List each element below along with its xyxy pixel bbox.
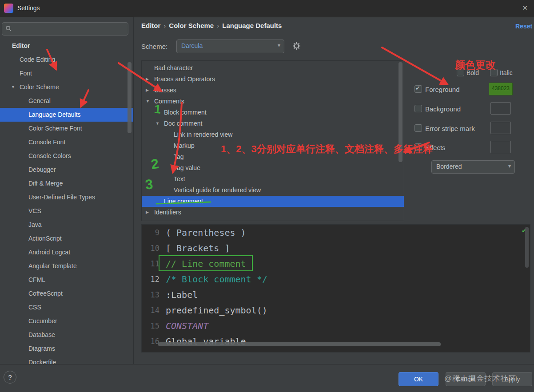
sidebar-item-label: CFML xyxy=(28,276,45,283)
sidebar-item-angular-template[interactable]: Angular Template xyxy=(0,259,133,273)
ok-button[interactable]: OK xyxy=(399,372,438,386)
code-text: [ Brackets ] xyxy=(164,243,230,253)
collapse-arrow-icon[interactable]: ▶ xyxy=(146,85,149,96)
line-number: 15 xyxy=(142,321,164,330)
preview-vertical-scrollbar[interactable] xyxy=(525,227,529,268)
tree-item-block-comment[interactable]: Block comment xyxy=(142,107,404,118)
border-style-value: Bordered xyxy=(436,163,462,170)
reset-link[interactable]: Reset xyxy=(515,23,532,30)
chevron-down-icon: ▾ xyxy=(508,163,511,169)
gear-icon[interactable] xyxy=(292,42,301,52)
breadcrumb-language-defaults[interactable]: Language Defaults xyxy=(222,22,282,29)
foreground-color-swatch[interactable]: 438023 xyxy=(489,83,513,95)
tree-item-label: Link in rendered view xyxy=(174,131,232,138)
sidebar-item-actionscript[interactable]: ActionScript xyxy=(0,232,133,245)
sidebar-item-label: CSS xyxy=(28,304,41,311)
tree-item-comments[interactable]: ▼Comments xyxy=(142,96,404,107)
sidebar-item-database[interactable]: Database xyxy=(0,328,133,342)
sidebar-item-color-scheme[interactable]: ▼Color Scheme xyxy=(0,80,133,94)
effects-checkbox[interactable] xyxy=(414,143,422,151)
sidebar-item-label: Diagrams xyxy=(28,345,55,352)
code-text: :Label xyxy=(164,289,198,300)
tree-item-classes[interactable]: ▶Classes xyxy=(142,85,404,96)
sidebar: Editor Code Editing Font ▼Color Scheme G… xyxy=(0,17,134,364)
sidebar-item-label: Debugger xyxy=(28,166,56,173)
scheme-dropdown[interactable]: Darcula ▾ xyxy=(176,40,284,53)
sidebar-item-console-font[interactable]: Console Font xyxy=(0,135,133,149)
chevron-down-icon: ▾ xyxy=(278,42,280,48)
sidebar-item-label: Console Font xyxy=(28,139,65,146)
sidebar-item-console-colors[interactable]: Console Colors xyxy=(0,149,133,163)
sidebar-item-dockerfile[interactable]: Dockerfile xyxy=(0,356,133,364)
line-number: 17 xyxy=(142,352,164,353)
sidebar-item-user-defined-file-types[interactable]: User-Defined File Types xyxy=(0,190,133,204)
effects-color-swatch[interactable] xyxy=(490,141,511,153)
background-checkbox[interactable] xyxy=(414,105,422,112)
background-label: Background xyxy=(425,105,461,113)
tree-item-braces-and-operators[interactable]: ▶Braces and Operators xyxy=(142,74,404,85)
sidebar-scrollbar[interactable] xyxy=(128,62,132,133)
breadcrumb-editor[interactable]: Editor xyxy=(141,22,160,29)
preview-horizontal-scrollbar[interactable] xyxy=(158,342,441,346)
sidebar-item-label: Diff & Merge xyxy=(28,180,63,187)
sidebar-item-font[interactable]: Font xyxy=(0,67,133,80)
sidebar-item-code-editing[interactable]: Code Editing xyxy=(0,53,133,67)
tree-item-line-comment[interactable]: Line comment xyxy=(142,196,404,207)
sidebar-item-coffeescript[interactable]: CoffeeScript xyxy=(0,287,133,301)
tree-item-doc-comment[interactable]: ▼Doc comment xyxy=(142,118,404,129)
sidebar-item-label: Java xyxy=(28,221,42,228)
tree-item-label: Line comment xyxy=(164,198,203,205)
error-stripe-checkbox[interactable] xyxy=(414,124,422,132)
expand-arrow-icon[interactable]: ▼ xyxy=(11,80,15,94)
border-style-dropdown[interactable]: Bordered ▾ xyxy=(431,160,515,174)
cancel-button[interactable]: Cancel xyxy=(446,372,486,386)
search-box[interactable] xyxy=(2,22,128,36)
sidebar-item-android-logcat[interactable]: Android Logcat xyxy=(0,245,133,259)
preview-line: 9( Parentheses ) xyxy=(142,225,530,240)
tree-item-identifiers[interactable]: ▶Identifiers xyxy=(142,207,404,218)
apply-button[interactable]: Apply xyxy=(492,372,532,386)
help-button[interactable]: ? xyxy=(4,371,16,384)
tree-item-markup[interactable]: Markup xyxy=(142,140,404,151)
tree-item-tag-value[interactable]: Tag value xyxy=(142,162,404,174)
bold-checkbox[interactable] xyxy=(457,69,464,76)
background-color-swatch[interactable] xyxy=(490,102,511,115)
sidebar-item-language-defaults[interactable]: Language Defaults xyxy=(0,108,133,122)
error-stripe-color-swatch[interactable] xyxy=(490,122,511,134)
tree-item-label: Tag value xyxy=(174,164,200,171)
sidebar-item-label: VCS xyxy=(28,207,41,214)
italic-checkbox[interactable] xyxy=(490,69,498,76)
preview-editor[interactable]: 9( Parentheses ) 10[ Brackets ] 11// Lin… xyxy=(141,224,530,352)
search-icon xyxy=(5,25,12,32)
tree-item-bad-character[interactable]: Bad character xyxy=(142,63,404,74)
search-input[interactable] xyxy=(14,24,122,34)
sidebar-item-label: Code Editing xyxy=(20,56,55,63)
expand-arrow-icon[interactable]: ▼ xyxy=(146,96,150,107)
sidebar-item-debugger[interactable]: Debugger xyxy=(0,163,133,177)
sidebar-item-general[interactable]: General xyxy=(0,94,133,108)
tree-item-tag[interactable]: Tag xyxy=(142,151,404,162)
collapse-arrow-icon[interactable]: ▶ xyxy=(146,207,149,218)
sidebar-item-color-scheme-font[interactable]: Color Scheme Font xyxy=(0,122,133,135)
expand-arrow-icon[interactable]: ▼ xyxy=(155,118,159,129)
annotation-highlight-box xyxy=(159,255,253,271)
footer-bar: ? OK Cancel Apply xyxy=(0,364,534,392)
sidebar-item-cfml[interactable]: CFML xyxy=(0,273,133,287)
sidebar-item-java[interactable]: Java xyxy=(0,218,133,232)
sidebar-item-diff-merge[interactable]: Diff & Merge xyxy=(0,177,133,190)
tree-item-text[interactable]: Text xyxy=(142,174,404,185)
close-icon[interactable]: ✕ xyxy=(522,4,528,12)
code-text-block-comment: /* Block comment */ xyxy=(164,274,267,285)
sidebar-item-diagrams[interactable]: Diagrams xyxy=(0,342,133,356)
collapse-arrow-icon[interactable]: ▶ xyxy=(146,74,149,85)
tree-item-link-in-rendered-view[interactable]: Link in rendered view xyxy=(142,129,404,140)
sidebar-item-editor[interactable]: Editor xyxy=(0,39,133,53)
foreground-checkbox[interactable]: ✓ xyxy=(414,85,422,93)
breadcrumb-color-scheme[interactable]: Color Scheme xyxy=(169,22,214,29)
sidebar-item-cucumber[interactable]: Cucumber xyxy=(0,314,133,328)
tree-item-vertical-guide[interactable]: Vertical guide for rendered view xyxy=(142,185,404,196)
tree-scrollbar[interactable] xyxy=(399,62,402,162)
sidebar-item-vcs[interactable]: VCS xyxy=(0,204,133,218)
code-text: predefined_symbol() xyxy=(164,305,267,316)
sidebar-item-css[interactable]: CSS xyxy=(0,301,133,314)
